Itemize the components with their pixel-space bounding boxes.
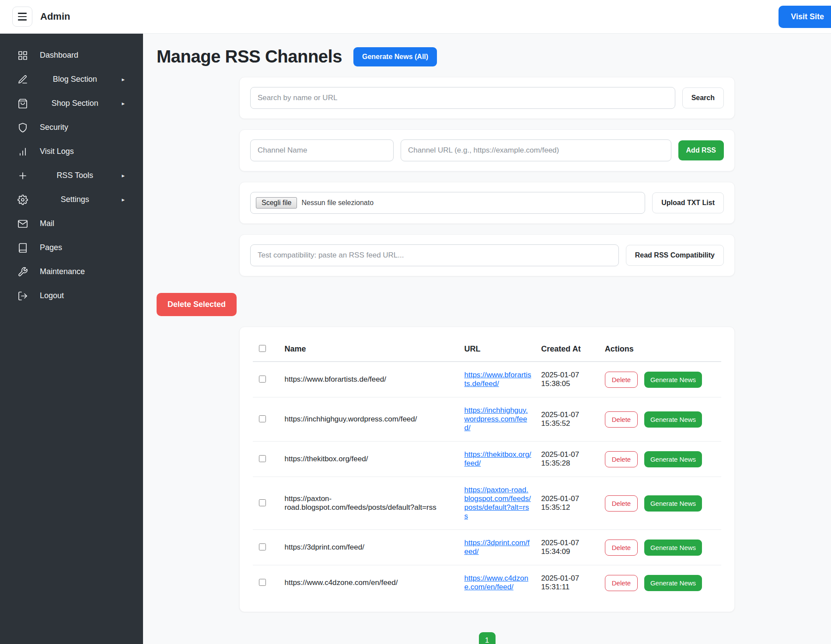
header-name: Name xyxy=(280,338,460,362)
main-content: Manage RSS Channels Generate News (All) … xyxy=(143,34,831,644)
channel-name-cell: https://www.c4dzone.com/en/feed/ xyxy=(280,565,460,601)
pen-icon xyxy=(17,74,28,85)
sidebar-item-security[interactable]: Security ▸ xyxy=(0,115,143,139)
file-input[interactable]: Scegli file Nessun file selezionato xyxy=(250,192,645,214)
sidebar-item-maintenance[interactable]: Maintenance ▸ xyxy=(0,260,143,284)
created-at-cell: 2025-01-07 15:35:28 xyxy=(537,442,600,477)
mail-icon xyxy=(17,219,28,229)
table-row: https://inchhighguy.wordpress.com/feed/ … xyxy=(253,397,721,442)
sidebar-item-logout[interactable]: Logout ▸ xyxy=(0,284,143,308)
channel-url-link[interactable]: https://www.bforartists.de/feed/ xyxy=(464,371,531,388)
delete-button[interactable]: Delete xyxy=(605,495,638,512)
plus-icon xyxy=(17,171,28,181)
delete-button[interactable]: Delete xyxy=(605,540,638,556)
bar-chart-icon xyxy=(17,146,28,157)
row-checkbox[interactable] xyxy=(259,415,266,422)
row-checkbox[interactable] xyxy=(259,499,266,506)
table-row: https://3dprint.com/feed/ https://3dprin… xyxy=(253,530,721,565)
shield-icon xyxy=(17,122,28,133)
sidebar-item-settings[interactable]: Settings ▸ xyxy=(0,188,143,212)
add-rss-card: Add RSS xyxy=(239,129,735,171)
upload-txt-list-button[interactable]: Upload TXT List xyxy=(652,192,724,213)
channel-url-input[interactable] xyxy=(401,139,671,161)
generate-news-all-button[interactable]: Generate News (All) xyxy=(353,47,437,66)
generate-news-button[interactable]: Generate News xyxy=(644,575,702,591)
sidebar-item-dashboard[interactable]: Dashboard ▸ xyxy=(0,43,143,67)
channel-name-cell: https://paxton-road.blogspot.com/feeds/p… xyxy=(280,477,460,530)
page-title: Manage RSS Channels xyxy=(157,47,342,66)
search-card: Search xyxy=(239,77,735,119)
channel-url-link[interactable]: https://inchhighguy.wordpress.com/feed/ xyxy=(464,406,528,432)
row-checkbox[interactable] xyxy=(259,376,266,383)
chevron-right-icon: ▸ xyxy=(122,76,125,83)
rss-channels-table: Name URL Created At Actions https://www.… xyxy=(253,338,721,600)
hamburger-menu-icon[interactable] xyxy=(12,7,32,27)
generate-news-button[interactable]: Generate News xyxy=(644,540,702,556)
top-bar: Admin Visit Site xyxy=(0,0,831,34)
chevron-right-icon: ▸ xyxy=(122,100,125,107)
table-row: https://www.bforartists.de/feed/ https:/… xyxy=(253,362,721,397)
delete-selected-button[interactable]: Delete Selected xyxy=(157,293,237,316)
channel-url-link[interactable]: https://thekitbox.org/feed/ xyxy=(464,450,531,467)
dashboard-icon xyxy=(17,50,28,61)
select-all-checkbox[interactable] xyxy=(259,345,266,352)
search-button[interactable]: Search xyxy=(682,87,724,108)
search-input[interactable] xyxy=(250,87,675,109)
channel-name-cell: https://3dprint.com/feed/ xyxy=(280,530,460,565)
wrench-icon xyxy=(17,267,28,277)
sidebar-item-blog-section[interactable]: Blog Section ▸ xyxy=(0,67,143,91)
page-1-button[interactable]: 1 xyxy=(479,632,496,644)
sidebar-item-mail[interactable]: Mail ▸ xyxy=(0,212,143,236)
chevron-right-icon: ▸ xyxy=(122,196,125,203)
compatibility-url-input[interactable] xyxy=(250,244,619,266)
gear-icon xyxy=(17,195,28,205)
delete-button[interactable]: Delete xyxy=(605,575,638,591)
sidebar-item-visit-logs[interactable]: Visit Logs ▸ xyxy=(0,139,143,164)
created-at-cell: 2025-01-07 15:31:11 xyxy=(537,565,600,601)
chevron-right-icon: ▸ xyxy=(122,172,125,179)
table-row: https://www.c4dzone.com/en/feed/ https:/… xyxy=(253,565,721,601)
channel-name-cell: https://thekitbox.org/feed/ xyxy=(280,442,460,477)
generate-news-button[interactable]: Generate News xyxy=(644,372,702,388)
sidebar-item-pages[interactable]: Pages ▸ xyxy=(0,236,143,260)
brand-title: Admin xyxy=(40,11,70,22)
table-row: https://thekitbox.org/feed/ https://thek… xyxy=(253,442,721,477)
sidebar: Dashboard ▸ Blog Section ▸ Shop Section … xyxy=(0,34,143,644)
file-status-text: Nessun file selezionato xyxy=(301,199,374,207)
choose-file-button[interactable]: Scegli file xyxy=(256,197,297,209)
channel-url-link[interactable]: https://3dprint.com/feed/ xyxy=(464,539,530,556)
created-at-cell: 2025-01-07 15:35:52 xyxy=(537,397,600,442)
generate-news-button[interactable]: Generate News xyxy=(644,451,702,467)
row-checkbox[interactable] xyxy=(259,579,266,586)
delete-button[interactable]: Delete xyxy=(605,451,638,467)
channel-name-cell: https://inchhighguy.wordpress.com/feed/ xyxy=(280,397,460,442)
generate-news-button[interactable]: Generate News xyxy=(644,411,702,428)
add-rss-button[interactable]: Add RSS xyxy=(678,140,724,160)
delete-button[interactable]: Delete xyxy=(605,411,638,428)
channel-url-link[interactable]: https://www.c4dzone.com/en/feed/ xyxy=(464,574,528,591)
read-rss-compatibility-button[interactable]: Read RSS Compatibility xyxy=(626,245,724,266)
delete-button[interactable]: Delete xyxy=(605,372,638,388)
rss-channels-table-card: Name URL Created At Actions https://www.… xyxy=(239,327,735,612)
row-checkbox[interactable] xyxy=(259,543,266,550)
pagination: 1 xyxy=(143,632,831,644)
upload-card: Scegli file Nessun file selezionato Uplo… xyxy=(239,182,735,224)
header-actions: Actions xyxy=(601,338,721,362)
sidebar-item-shop-section[interactable]: Shop Section ▸ xyxy=(0,91,143,115)
sidebar-item-rss-tools[interactable]: RSS Tools ▸ xyxy=(0,164,143,188)
table-header-row: Name URL Created At Actions xyxy=(253,338,721,362)
table-row: https://paxton-road.blogspot.com/feeds/p… xyxy=(253,477,721,530)
channel-url-link[interactable]: https://paxton-road.blogspot.com/feeds/p… xyxy=(464,486,531,520)
header-created-at: Created At xyxy=(537,338,600,362)
compatibility-card: Read RSS Compatibility xyxy=(239,234,735,276)
visit-site-button[interactable]: Visit Site xyxy=(779,6,831,28)
channel-name-input[interactable] xyxy=(250,139,394,161)
header-url: URL xyxy=(460,338,537,362)
shopping-bag-icon xyxy=(17,98,28,109)
logout-icon xyxy=(17,291,28,301)
created-at-cell: 2025-01-07 15:38:05 xyxy=(537,362,600,397)
created-at-cell: 2025-01-07 15:35:12 xyxy=(537,477,600,530)
channel-name-cell: https://www.bforartists.de/feed/ xyxy=(280,362,460,397)
generate-news-button[interactable]: Generate News xyxy=(644,495,702,512)
row-checkbox[interactable] xyxy=(259,455,266,462)
